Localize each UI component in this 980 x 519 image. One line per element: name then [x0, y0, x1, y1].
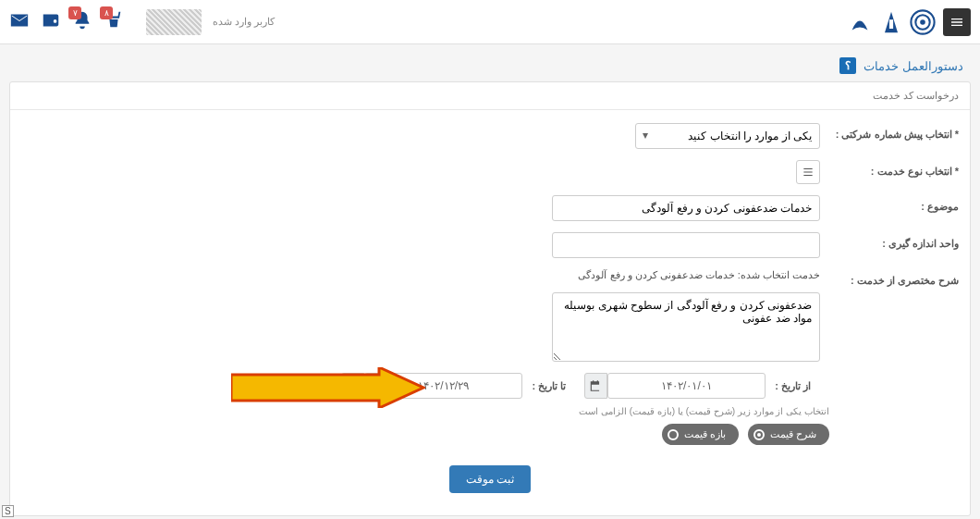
prefix-select-wrap: یکی از موارد را انتخاب کنید: [635, 123, 820, 149]
price-desc-pill[interactable]: شرح قیمت: [748, 424, 829, 445]
header-right-group: کاربر وارد شده ۸ ۷: [9, 9, 275, 35]
from-date-input[interactable]: [607, 373, 766, 399]
label-subject: موضوع :: [829, 195, 959, 213]
to-date-picker-button[interactable]: [341, 373, 363, 399]
from-date-group: از تاریخ :: [584, 373, 811, 399]
pill-range-label: بازه قیمت: [684, 428, 726, 440]
price-range-pill[interactable]: بازه قیمت: [662, 424, 739, 445]
label-from-date: از تاریخ :: [775, 380, 811, 392]
submit-button[interactable]: ثبت موقت: [449, 465, 531, 493]
gs1-logo-icon: [910, 9, 936, 35]
status-corner: S: [2, 505, 14, 517]
header-left-group: [847, 8, 971, 36]
subject-input[interactable]: [552, 195, 820, 221]
row-service-type: * انتخاب نوع خدمت :: [21, 160, 959, 184]
request-panel: درخواست کد خدمت * انتخاب پیش شماره شرکتی…: [9, 81, 971, 516]
row-summary: شرح مختصری از خدمت : خدمت انتخاب شده: خد…: [21, 269, 959, 362]
radio-icon: [668, 429, 679, 440]
user-label: کاربر وارد شده: [213, 16, 275, 28]
row-unit: واحد اندازه گیری :: [21, 232, 959, 258]
to-date-input[interactable]: [364, 373, 523, 399]
to-date-group: تا تاریخ :: [341, 373, 566, 399]
label-summary: شرح مختصری از خدمت :: [829, 269, 959, 287]
label-unit: واحد اندازه گیری :: [829, 232, 959, 250]
label-prefix: * انتخاب پیش شماره شرکتی :: [829, 123, 959, 141]
unit-input[interactable]: [552, 232, 820, 258]
row-prefix: * انتخاب پیش شماره شرکتی : یکی از موارد …: [21, 123, 959, 149]
mail-icon[interactable]: [9, 10, 30, 33]
from-date-picker-button[interactable]: [584, 373, 606, 399]
row-subject: موضوع :: [21, 195, 959, 221]
pill-desc-label: شرح قیمت: [770, 428, 816, 440]
org-logo-icon: [878, 9, 904, 35]
help-button[interactable]: ؟: [839, 57, 856, 74]
radio-icon: [753, 429, 765, 440]
page-title-bar: دستورالعمل خدمات ؟: [0, 44, 980, 81]
summary-textarea[interactable]: [552, 292, 820, 362]
brand-logo-icon: [847, 9, 873, 35]
cart-badge: ۸: [100, 6, 113, 19]
label-service-type: * انتخاب نوع خدمت :: [829, 160, 959, 178]
prefix-select[interactable]: یکی از موارد را انتخاب کنید: [635, 123, 820, 149]
panel-header: درخواست کد خدمت: [10, 82, 970, 110]
date-row: از تاریخ : تا تاریخ :: [21, 373, 959, 399]
service-type-picker-button[interactable]: [796, 160, 820, 184]
svg-point-2: [920, 19, 925, 25]
top-header: کاربر وارد شده ۸ ۷: [0, 0, 980, 44]
user-avatar[interactable]: [146, 9, 202, 35]
wallet-icon[interactable]: [41, 10, 61, 33]
logo-group: [847, 9, 936, 35]
submit-row: ثبت موقت: [21, 465, 959, 493]
page-title: دستورالعمل خدمات: [864, 59, 963, 73]
notification-icon[interactable]: ۷: [72, 10, 92, 33]
cart-icon[interactable]: ۸: [104, 10, 124, 33]
price-note: انتخاب یکی از موارد زیر (شرح قیمت) یا (ب…: [21, 406, 959, 416]
panel-body: * انتخاب پیش شماره شرکتی : یکی از موارد …: [10, 110, 970, 515]
price-mode-row: شرح قیمت بازه قیمت: [21, 424, 959, 445]
label-to-date: تا تاریخ :: [532, 380, 566, 392]
menu-button[interactable]: [943, 8, 971, 36]
svg-rect-3: [889, 19, 893, 29]
selected-service-text: خدمت انتخاب شده: خدمات ضدعفونی کردن و رف…: [552, 269, 820, 281]
notification-badge: ۷: [68, 6, 81, 19]
